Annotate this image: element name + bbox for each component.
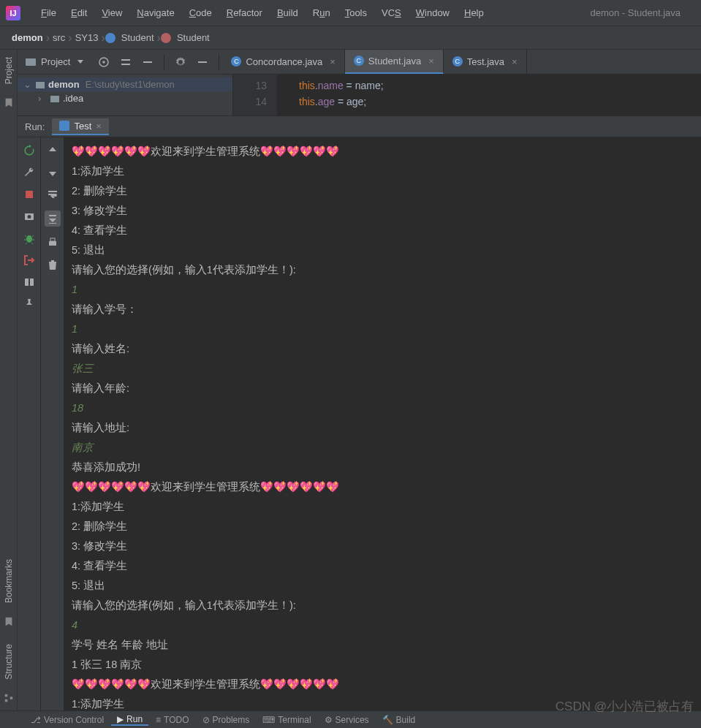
console-line: 请输入您的选择(例如，输入1代表添加学生！): bbox=[72, 596, 694, 615]
expand-icon[interactable] bbox=[120, 56, 132, 68]
structure-icon bbox=[4, 693, 14, 703]
project-panel-title[interactable]: Project bbox=[18, 56, 91, 68]
trash-icon[interactable] bbox=[47, 259, 58, 270]
scroll-to-end-icon[interactable] bbox=[45, 211, 61, 227]
menu-window[interactable]: Window bbox=[409, 4, 457, 21]
softwrap-icon[interactable] bbox=[47, 189, 58, 200]
bottom-tab-icon: ⚙ bbox=[325, 715, 333, 725]
rerun-icon[interactable] bbox=[23, 145, 35, 156]
menu-run[interactable]: Run bbox=[306, 4, 338, 21]
target-icon[interactable] bbox=[98, 56, 110, 68]
window-title: demon - Student.java bbox=[590, 7, 695, 18]
menu-view[interactable]: View bbox=[94, 4, 129, 21]
tab-label: Test.java bbox=[467, 56, 504, 67]
console-line: 1 bbox=[72, 319, 694, 339]
stop-icon[interactable] bbox=[23, 189, 35, 200]
project-tree[interactable]: ⌄ demon E:\study\test1\demon › .idea bbox=[18, 75, 233, 115]
bug-icon[interactable] bbox=[23, 232, 35, 244]
class-icon bbox=[105, 33, 115, 43]
editor-tab[interactable]: CStudent.java× bbox=[345, 50, 444, 74]
breadcrumb-src[interactable]: src bbox=[50, 32, 68, 43]
bottom-tab-todo[interactable]: ≡TODO bbox=[150, 714, 194, 726]
close-icon[interactable]: × bbox=[96, 121, 102, 132]
bottom-tab-services[interactable]: ⚙Services bbox=[319, 714, 375, 726]
bottom-tab-icon: ▶ bbox=[117, 714, 124, 724]
chevron-right-icon[interactable]: › bbox=[38, 93, 47, 104]
menu-code[interactable]: Code bbox=[182, 4, 219, 21]
bookmark-icon bbox=[4, 97, 14, 107]
menu-file[interactable]: File bbox=[34, 4, 64, 21]
console-output[interactable]: 💖💖💖💖💖💖欢迎来到学生管理系统💖💖💖💖💖💖1:添加学生2: 删除学生3: 修改… bbox=[64, 137, 701, 710]
sidebar-tab-structure[interactable]: Structure bbox=[4, 644, 14, 680]
down-icon[interactable] bbox=[47, 167, 58, 178]
breadcrumb-method[interactable]: Student bbox=[174, 32, 213, 43]
console-line: 请输入姓名: bbox=[72, 339, 694, 359]
bottom-tab-build[interactable]: 🔨Build bbox=[376, 714, 422, 726]
breadcrumb-pkg[interactable]: SY13 bbox=[72, 32, 102, 43]
svg-rect-17 bbox=[50, 238, 55, 241]
console-line: 1 张三 18 南京 bbox=[72, 655, 694, 675]
exit-icon[interactable] bbox=[23, 254, 35, 266]
pin-icon[interactable] bbox=[23, 298, 35, 310]
run-label: Run: bbox=[25, 121, 45, 132]
menu-vcs[interactable]: VCS bbox=[374, 4, 409, 21]
bottom-tab-version-control[interactable]: ⎇Version Control bbox=[25, 714, 110, 726]
print-icon[interactable] bbox=[47, 237, 58, 249]
svg-rect-3 bbox=[26, 58, 36, 66]
bottom-tab-icon: ⊘ bbox=[202, 715, 210, 725]
console-line: 4: 查看学生 bbox=[72, 221, 694, 240]
bottom-tab-terminal[interactable]: ⌨Terminal bbox=[257, 714, 317, 726]
bottom-tab-icon: ⌨ bbox=[262, 715, 275, 725]
menu-help[interactable]: Help bbox=[457, 4, 491, 21]
sidebar-tab-project[interactable]: Project bbox=[4, 57, 14, 84]
chevron-down-icon[interactable]: ⌄ bbox=[23, 79, 32, 90]
breadcrumb-class[interactable]: Student bbox=[118, 32, 157, 43]
console-line: 1:添加学生 bbox=[72, 497, 694, 517]
sidebar-tab-bookmarks[interactable]: Bookmarks bbox=[4, 559, 14, 603]
editor-tabs: CConcordance.java×CStudent.java×CTest.ja… bbox=[222, 50, 701, 75]
left-tool-strip: Project Bookmarks Structure bbox=[0, 50, 18, 710]
console-line: 请输入地址: bbox=[72, 418, 694, 438]
project-toolbar: Project CConcordance.java×CStudent.java×… bbox=[18, 50, 701, 75]
code-editor[interactable]: 1314 this.name = name;this.age = age; bbox=[233, 75, 701, 115]
tree-root[interactable]: ⌄ demon E:\study\test1\demon bbox=[18, 77, 232, 91]
collapse-icon[interactable] bbox=[142, 56, 154, 68]
tree-child[interactable]: › .idea bbox=[18, 91, 232, 105]
code-content[interactable]: this.name = name;this.age = age; bbox=[277, 75, 701, 115]
bottom-tab-label: Version Control bbox=[44, 715, 104, 725]
dropdown-icon[interactable] bbox=[77, 60, 83, 64]
console-line: 南京 bbox=[72, 438, 694, 458]
wrench-icon[interactable] bbox=[23, 167, 35, 178]
bottom-tab-label: Terminal bbox=[278, 715, 311, 725]
run-tab[interactable]: Test × bbox=[52, 118, 108, 135]
menu-navigate[interactable]: Navigate bbox=[129, 4, 181, 21]
console-line: 请输入年龄: bbox=[72, 379, 694, 398]
menu-tools[interactable]: Tools bbox=[338, 4, 374, 21]
line-gutter: 1314 bbox=[233, 75, 277, 115]
svg-rect-0 bbox=[4, 694, 7, 697]
camera-icon[interactable] bbox=[23, 211, 35, 222]
breadcrumb-project[interactable]: demon bbox=[9, 32, 46, 43]
up-icon[interactable] bbox=[47, 145, 58, 156]
console-line: 张三 bbox=[72, 359, 694, 379]
bottom-tab-run[interactable]: ▶Run bbox=[111, 714, 148, 726]
close-icon[interactable]: × bbox=[428, 56, 434, 67]
console-line: 请输入您的选择(例如，输入1代表添加学生！): bbox=[72, 260, 694, 280]
tree-child-label: .idea bbox=[63, 93, 83, 104]
bottom-tool-bar: ⎇Version Control▶Run≡TODO⊘Problems⌨Termi… bbox=[0, 710, 701, 728]
close-icon[interactable]: × bbox=[330, 56, 336, 67]
run-toolwindow-header: Run: Test × bbox=[18, 115, 701, 137]
menu-build[interactable]: Build bbox=[270, 4, 306, 21]
bottom-tab-problems[interactable]: ⊘Problems bbox=[197, 714, 256, 726]
layout-icon[interactable] bbox=[23, 276, 35, 288]
menu-refactor[interactable]: Refactor bbox=[219, 4, 270, 21]
menu-edit[interactable]: Edit bbox=[64, 4, 94, 21]
svg-rect-16 bbox=[49, 241, 56, 246]
close-icon[interactable]: × bbox=[512, 56, 518, 67]
console-line: 18 bbox=[72, 398, 694, 418]
editor-tab[interactable]: CTest.java× bbox=[444, 50, 527, 74]
gear-icon[interactable] bbox=[175, 56, 186, 68]
editor-tab[interactable]: CConcordance.java× bbox=[222, 50, 344, 74]
minimize-icon[interactable] bbox=[197, 56, 208, 68]
svg-rect-2 bbox=[10, 697, 12, 699]
